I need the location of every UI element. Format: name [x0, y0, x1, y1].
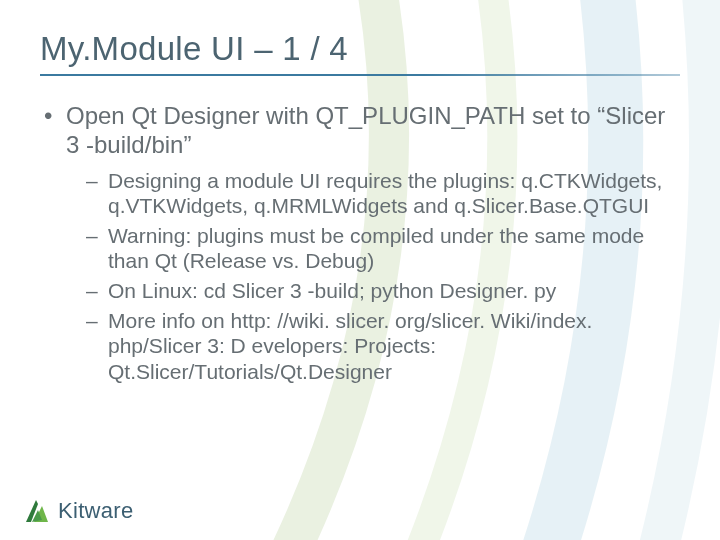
sub-bullet-text: Designing a module UI requires the plugi… — [108, 169, 662, 218]
sub-bullet-item: On Linux: cd Slicer 3 -build; python Des… — [86, 278, 680, 304]
bullet-item: Open Qt Designer with QT_PLUGIN_PATH set… — [40, 102, 680, 384]
sub-bullet-text: Warning: plugins must be compiled under … — [108, 224, 644, 273]
bullet-text: Open Qt Designer with QT_PLUGIN_PATH set… — [66, 102, 665, 158]
sub-bullet-item: More info on http: //wiki. slicer. org/s… — [86, 308, 680, 385]
sub-bullet-text: More info on http: //wiki. slicer. org/s… — [108, 309, 592, 383]
sub-bullet-item: Warning: plugins must be compiled under … — [86, 223, 680, 274]
sub-bullet-item: Designing a module UI requires the plugi… — [86, 168, 680, 219]
sub-bullet-text: On Linux: cd Slicer 3 -build; python Des… — [108, 279, 556, 302]
slide-title: My.Module UI – 1 / 4 — [40, 30, 680, 68]
kitware-logo-icon — [22, 496, 52, 526]
title-underline — [40, 74, 680, 76]
kitware-logo-text: Kitware — [58, 498, 133, 526]
slide-body: Open Qt Designer with QT_PLUGIN_PATH set… — [0, 84, 720, 384]
footer-logo: Kitware — [22, 496, 133, 526]
